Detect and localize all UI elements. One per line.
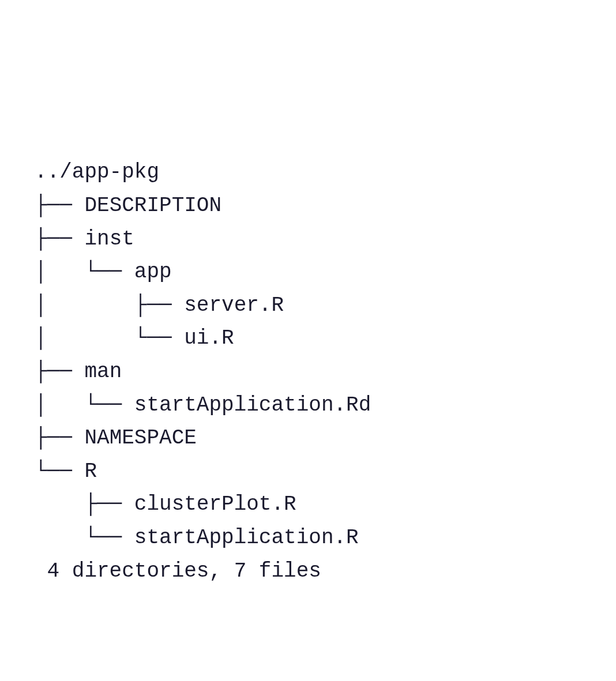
- tree-summary: 4 directories, 7 files: [35, 559, 321, 583]
- tree-item-name: ui.R: [184, 326, 234, 350]
- tree-item-name: R: [84, 460, 97, 483]
- tree-output: ../app-pkg ├── DESCRIPTION ├── inst │ └─…: [35, 156, 581, 588]
- tree-entry: │ └── ui.R: [35, 326, 234, 350]
- tree-prefix: │ └──: [35, 393, 134, 417]
- tree-entry: ├── clusterPlot.R: [35, 492, 296, 516]
- tree-prefix: ├──: [35, 426, 84, 450]
- tree-prefix: ├──: [35, 227, 84, 251]
- tree-prefix: │ └──: [35, 326, 184, 350]
- tree-prefix: │ ├──: [35, 294, 184, 317]
- tree-entry: │ └── startApplication.Rd: [35, 393, 371, 417]
- tree-entry: ├── inst: [35, 227, 134, 251]
- tree-item-name: startApplication.R: [134, 526, 359, 550]
- tree-entry: └── R: [35, 460, 97, 483]
- tree-entry: ├── NAMESPACE: [35, 426, 197, 450]
- tree-item-name: startApplication.Rd: [134, 393, 371, 417]
- tree-prefix: ├──: [35, 492, 134, 516]
- tree-prefix: │ └──: [35, 260, 134, 284]
- tree-prefix: ├──: [35, 194, 84, 217]
- tree-entry: │ └── app: [35, 260, 172, 284]
- tree-entry: └── startApplication.R: [35, 526, 359, 550]
- tree-item-name: DESCRIPTION: [84, 194, 221, 217]
- tree-item-name: server.R: [184, 294, 284, 317]
- tree-item-name: inst: [84, 227, 134, 251]
- tree-item-name: clusterPlot.R: [134, 492, 296, 516]
- tree-entry: ├── man: [35, 360, 122, 383]
- tree-prefix: └──: [35, 526, 134, 550]
- tree-root: ../app-pkg: [35, 160, 159, 184]
- tree-prefix: └──: [35, 460, 84, 483]
- tree-entry: │ ├── server.R: [35, 294, 284, 317]
- tree-entry: ├── DESCRIPTION: [35, 194, 221, 217]
- tree-item-name: app: [134, 260, 172, 284]
- tree-item-name: man: [84, 360, 122, 383]
- tree-item-name: NAMESPACE: [84, 426, 196, 450]
- tree-prefix: ├──: [35, 360, 84, 383]
